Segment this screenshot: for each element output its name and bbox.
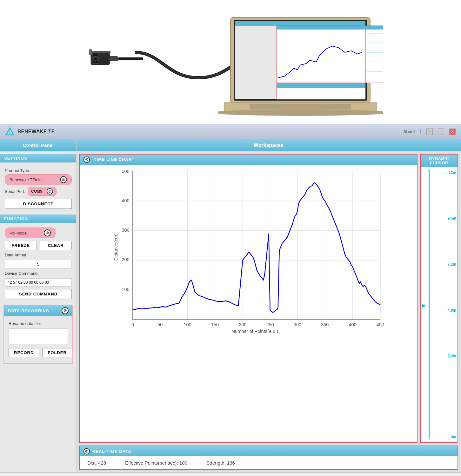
laptop-illustration [218,14,383,116]
product-badge: ① [60,176,67,183]
control-panel-header: Control Panel [0,139,76,151]
maximize-button[interactable]: □ [438,129,444,135]
svg-text:50: 50 [157,322,163,327]
svg-text:200: 200 [239,322,246,327]
data-recording-section: DATA RECORDING ⑤ Rename data file: RECOR… [3,305,73,364]
data-recording-badge: ⑤ [62,307,69,314]
scale-12m: 12m [443,170,456,175]
cursor-panel-header: DYNAMIC CURSOR [421,155,458,167]
control-panel: Control Panel SETTINGS Product Type: Ben… [0,139,77,473]
svg-text:150: 150 [211,322,219,327]
freeze-clear-row: FREEZE CLEAR [5,241,72,250]
realtime-badge: ⑥ [84,448,90,454]
pix-mode-badge[interactable]: Pix Mode ③ [5,228,56,238]
chart-cursor-row: ④ TIME LINE CHART [77,151,461,446]
app-window: BENEWAKE TF About | − □ ✕ Control Panel … [0,124,461,473]
realtime-data-header: ⑥ REAL-TIME DATA [80,446,458,456]
disconnect-button[interactable]: DISCONNECT [5,199,72,209]
hero-section [0,0,461,124]
svg-point-28 [218,109,383,116]
scale-0m: 0m [445,435,456,439]
scale-9-6m: 9.6m [442,216,456,221]
time-line-chart: 500 400 300 200 100 0 50 100 150 200 250 [83,168,414,333]
serial-badge: ② [47,188,53,195]
svg-rect-7 [89,49,92,55]
close-button[interactable]: ✕ [449,129,456,135]
svg-rect-15 [277,26,365,30]
about-button[interactable]: About [403,129,415,134]
svg-text:500: 500 [122,169,129,174]
svg-rect-12 [235,21,365,26]
dynamic-cursor-panel: DYNAMIC CURSOR 12m [420,154,458,443]
svg-rect-17 [277,84,365,88]
svg-text:200: 200 [122,257,129,262]
data-recording-body: Rename data file: RECORD FOLDER [4,316,72,360]
workspace-header: Workspaces [77,139,461,151]
workspace-area: Workspaces ④ TIME LINE CHART [77,139,461,473]
realtime-label: REAL-TIME DATA [92,449,131,454]
settings-section-label: SETTINGS [0,154,76,162]
settings-body: Product Type: Benewake TFmini ① Serial P… [0,162,76,212]
svg-text:400: 400 [349,322,356,327]
svg-rect-19 [365,26,383,30]
svg-rect-13 [235,26,277,99]
function-section-label: FUNCTION [0,215,76,223]
content-area: Control Panel SETTINGS Product Type: Ben… [0,139,461,473]
minimize-button[interactable]: − [426,129,433,135]
folder-button[interactable]: FOLDER [42,348,72,357]
effective-value: 100 [179,460,187,466]
svg-text:250: 250 [266,322,274,327]
chart-header: ④ TIME LINE CHART [80,155,417,165]
rename-label: Rename data file: [9,321,68,326]
device-command-input[interactable] [5,278,72,287]
title-bar-controls: About | − □ ✕ [403,129,456,135]
serial-port-label: Serial Port: [5,189,25,194]
svg-text:450: 450 [377,322,384,327]
data-amount-input[interactable] [5,260,72,268]
title-bar: BENEWAKE TF About | − □ ✕ [0,124,461,139]
scale-2-4m: 2.4m [442,354,456,358]
svg-text:300: 300 [294,322,301,327]
app-title: BENEWAKE TF [17,129,403,135]
device-command-label: Device Command: [5,271,72,276]
svg-text:400: 400 [122,198,129,203]
svg-rect-6 [90,51,110,53]
chart-section: ④ TIME LINE CHART [79,154,418,443]
record-button[interactable]: RECORD [9,348,39,357]
svg-rect-4 [110,56,118,61]
cursor-arrow-icon: ▶ [422,302,426,308]
send-command-button[interactable]: SEND COMMAND [5,289,72,299]
scale-7-2m: 7.2m [442,262,456,267]
function-body: Pix Mode ③ FREEZE CLEAR Data Amout: Devi… [0,223,76,302]
product-type-label: Product Type: [5,168,72,173]
pix-mode-value: Pix Mode [10,231,27,235]
chart-badge: ④ [84,156,90,163]
pix-badge: ③ [44,229,51,236]
serial-port-badge[interactable]: COM9 ② [28,187,57,196]
effective-points-item: Effective Points(per sec): 100 [125,460,187,466]
record-folder-row: RECORD FOLDER [9,348,68,357]
strength-value: 136 [227,460,235,466]
clear-button[interactable]: CLEAR [40,241,72,250]
svg-text:0: 0 [131,322,134,327]
strength-label: Strength: [206,460,226,466]
svg-text:Distance(cm): Distance(cm) [113,234,118,261]
svg-text:Number of Points(a.u.): Number of Points(a.u.) [232,329,278,333]
rename-input[interactable] [9,328,68,344]
svg-text:100: 100 [184,322,191,327]
dist-item: Dist: 428 [87,460,106,466]
svg-rect-31 [133,171,380,320]
product-type-input[interactable]: Benewake TFmini ① [5,174,72,185]
app-logo [5,127,14,136]
realtime-body: Dist: 428 Effective Points(per sec): 100… [80,456,458,469]
product-type-value: Benewake TFmini [10,177,43,182]
data-recording-header: DATA RECORDING ⑤ [4,305,72,316]
svg-text:350: 350 [321,322,329,327]
svg-rect-18 [365,26,383,83]
svg-text:300: 300 [122,228,129,233]
cursor-indicator: ▶ [422,302,426,308]
strength-item: Strength: 136 [206,460,235,466]
freeze-button[interactable]: FREEZE [5,241,37,250]
svg-point-3 [94,57,97,60]
scale-bar [428,170,430,439]
